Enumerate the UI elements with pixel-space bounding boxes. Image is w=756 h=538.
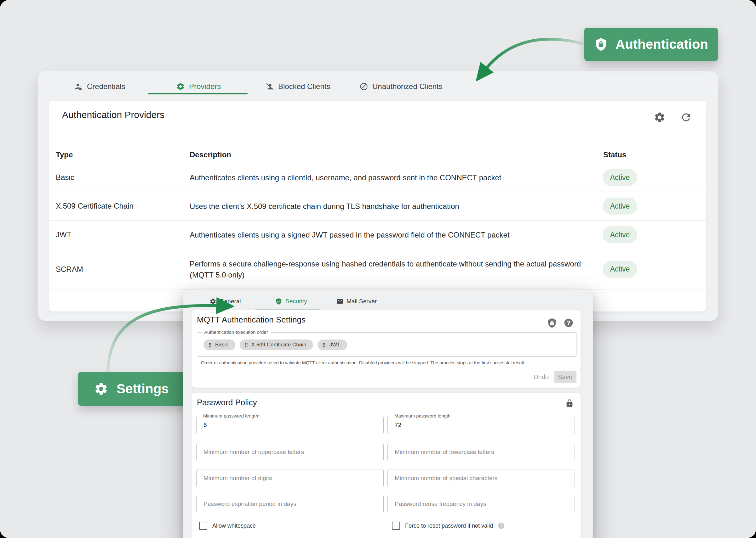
tab-label: Credentials: [87, 82, 125, 91]
force-reset-checkbox[interactable]: [392, 522, 400, 530]
shield-lock-icon: [594, 37, 608, 51]
settings-modal: General Security Mail Server MQTT Authen…: [183, 290, 593, 538]
table-row: X.509 Certificate Chain Uses the client’…: [49, 191, 706, 220]
mail-icon: [337, 298, 344, 305]
info-icon[interactable]: i: [498, 522, 504, 529]
order-chip-basic[interactable]: Basic: [204, 340, 235, 350]
min-uppercase-input[interactable]: [197, 443, 383, 461]
section-title: Password Policy: [197, 398, 257, 407]
min-lowercase-input[interactable]: [388, 443, 575, 461]
shield-lock-icon: [547, 318, 557, 328]
status-badge: Active: [602, 169, 637, 186]
provider-type: SCRAM: [56, 265, 83, 274]
gear-icon: [210, 298, 217, 305]
min-digits-field: [196, 469, 384, 487]
block-icon: [359, 82, 368, 91]
allow-whitespace-option: Allow whitespace: [199, 522, 256, 530]
help-icon[interactable]: ?: [564, 318, 574, 328]
fieldset-legend: Authentication execution order: [202, 329, 271, 335]
provider-type: Basic: [56, 173, 74, 182]
providers-card: Authentication Providers Type Descriptio…: [49, 101, 706, 311]
gear-icon: [176, 82, 185, 91]
person-slash-icon: [265, 82, 274, 91]
status-badge: Active: [602, 261, 637, 278]
mqtt-auth-settings-card: MQTT Authentication Settings ? Authentic…: [192, 310, 581, 388]
provider-description: Uses the client’s X.509 certificate chai…: [190, 201, 587, 212]
table-header-row: Type Description Status: [49, 146, 706, 163]
status-badge: Active: [602, 197, 637, 215]
section-title: MQTT Authentication Settings: [197, 315, 306, 325]
order-chip-jwt[interactable]: JWT: [318, 340, 347, 350]
field-label: Minimum password length*: [201, 413, 262, 418]
tab-security[interactable]: Security: [275, 293, 307, 310]
execution-order-fieldset: Authentication execution order Basic: [197, 332, 576, 357]
authentication-panel: Credentials Providers Blocked Clients: [38, 71, 718, 321]
provider-type: JWT: [56, 230, 71, 239]
allow-whitespace-checkbox[interactable]: [199, 522, 207, 530]
max-password-length-field: Maximum password length: [387, 416, 575, 434]
max-password-length-input[interactable]: [388, 416, 575, 434]
svg-text:?: ?: [567, 320, 570, 326]
tab-label: Blocked Clients: [278, 82, 330, 91]
undo-button[interactable]: Undo: [530, 371, 552, 383]
tab-label: Unauthorized Clients: [372, 82, 443, 91]
password-expiration-field: [196, 495, 384, 513]
checkbox-label: Force to reset password if not valid: [405, 522, 493, 529]
execution-order-helper-text: Order of authentication providers used t…: [201, 360, 525, 365]
column-header-status: Status: [603, 150, 626, 159]
min-password-length-input[interactable]: [197, 416, 383, 434]
tab-credentials[interactable]: Credentials: [74, 78, 125, 95]
person-lock-icon: [74, 82, 83, 91]
drag-handle-icon[interactable]: [207, 342, 213, 348]
tab-label: Mail Server: [346, 298, 377, 305]
save-button[interactable]: Save: [554, 371, 576, 383]
chip-label: Basic: [215, 342, 228, 348]
column-header-description: Description: [190, 150, 231, 159]
force-reset-option: Force to reset password if not valid i: [392, 522, 504, 530]
execution-order-chips: Basic X.509 Certificate Chain: [204, 340, 347, 350]
order-chip-x509[interactable]: X.509 Certificate Chain: [240, 340, 313, 350]
tab-unauthorized-clients[interactable]: Unauthorized Clients: [359, 78, 443, 95]
settings-badge-label: Settings: [117, 381, 169, 397]
password-reuse-field: [387, 495, 575, 513]
chip-label: X.509 Certificate Chain: [251, 342, 306, 348]
min-special-chars-field: [387, 469, 575, 487]
min-lowercase-field: [387, 443, 575, 461]
password-reuse-input[interactable]: [388, 495, 575, 513]
screenshot-stage: Credentials Providers Blocked Clients: [0, 0, 756, 538]
authentication-sticker-badge: Authentication: [584, 28, 718, 61]
gear-icon-button[interactable]: [654, 111, 665, 123]
min-special-chars-input[interactable]: [388, 469, 575, 487]
tab-blocked-clients[interactable]: Blocked Clients: [265, 78, 330, 95]
status-badge: Active: [602, 226, 637, 243]
table-row: Basic Authenticates clients using a clie…: [49, 163, 706, 191]
tab-label: Security: [285, 298, 307, 305]
tab-mail-server[interactable]: Mail Server: [337, 293, 377, 310]
password-policy-card: Password Policy Minimum password length*…: [192, 393, 581, 538]
tab-label: General: [220, 298, 241, 305]
authentication-badge-label: Authentication: [615, 37, 708, 52]
min-uppercase-field: [196, 443, 384, 461]
field-label: Maximum password length: [392, 413, 453, 418]
tab-general[interactable]: General: [210, 293, 241, 310]
table-row: SCRAM Performs a secure challenge-respon…: [49, 249, 706, 290]
password-expiration-input[interactable]: [197, 495, 383, 513]
refresh-icon-button[interactable]: [680, 111, 692, 123]
drag-handle-icon[interactable]: [321, 342, 327, 348]
shield-check-icon: [275, 298, 282, 305]
tab-label: Providers: [189, 82, 221, 91]
min-digits-input[interactable]: [197, 469, 383, 487]
lock-icon: [565, 399, 574, 408]
chip-label: JWT: [329, 342, 340, 348]
table-row: JWT Authenticates clients using a signed…: [49, 220, 706, 249]
drag-handle-icon[interactable]: [243, 342, 249, 348]
column-header-type: Type: [56, 150, 73, 159]
provider-description: Performs a secure challenge-response usi…: [190, 258, 587, 280]
providers-table: Type Description Status Basic Authentica…: [49, 146, 706, 290]
provider-description: Authenticates clients using a signed JWT…: [190, 229, 587, 241]
provider-description: Authenticates clients using a clientId, …: [190, 172, 587, 183]
min-password-length-field: Minimum password length*: [196, 416, 384, 434]
checkbox-label: Allow whitespace: [212, 522, 256, 529]
page-title: Authentication Providers: [62, 109, 164, 120]
gear-icon: [94, 382, 108, 396]
